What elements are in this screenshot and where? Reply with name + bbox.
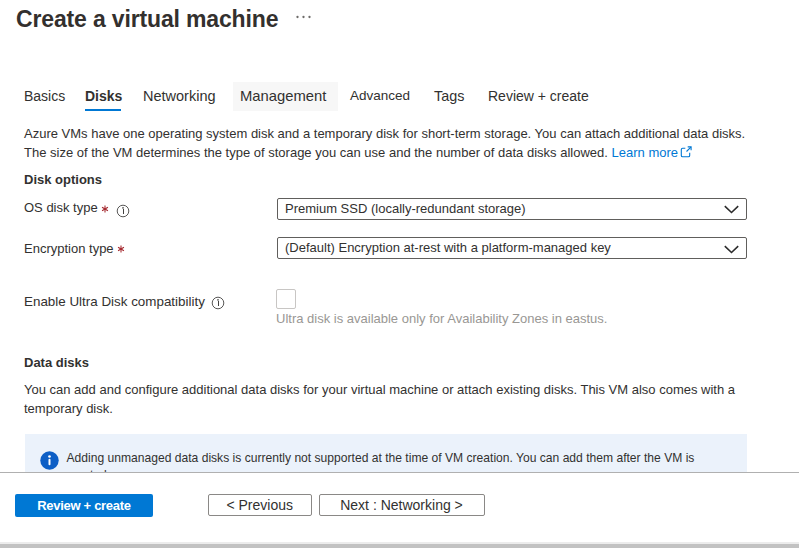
intro-line2: The size of the VM determines the type o… [24,143,745,162]
encryption-type-label-text: Encryption type [24,241,114,256]
os-disk-type-label-text: OS disk type [24,200,98,215]
intro-paragraph: Azure VMs have one operating system disk… [24,124,745,163]
data-disks-line2: temporary disk. [24,399,735,418]
tab-basics[interactable]: Basics [24,89,65,103]
ultra-disk-checkbox[interactable] [276,289,296,309]
intro-line2-text: The size of the VM determines the type o… [24,145,608,160]
bottom-strip [0,544,799,548]
required-asterisk-icon [101,205,109,213]
previous-button[interactable]: < Previous [208,494,313,517]
chevron-down-icon [724,245,739,254]
more-options-icon[interactable] [294,10,313,24]
active-tab-underline [85,109,121,112]
tab-tags[interactable]: Tags [434,89,464,103]
info-icon [40,451,59,470]
os-disk-type-select[interactable]: Premium SSD (locally-redundant storage) [277,198,747,220]
next-networking-button[interactable]: Next : Networking > [319,494,485,517]
review-create-button[interactable]: Review + create [15,494,152,517]
required-asterisk-icon [117,245,125,253]
tab-advanced[interactable]: Advanced [350,89,410,103]
tab-disks[interactable]: Disks [85,89,122,103]
page-title: Create a virtual machine [16,8,278,31]
tab-management[interactable]: Management [240,89,326,103]
ultra-disk-label: Enable Ultra Disk compatibility [24,292,205,311]
intro-line1: Azure VMs have one operating system disk… [24,124,745,143]
encryption-type-select[interactable]: (Default) Encryption at-rest with a plat… [277,237,747,259]
tab-networking[interactable]: Networking [143,89,216,103]
data-disks-heading: Data disks [24,353,89,372]
learn-more-link[interactable]: Learn more [612,145,678,160]
banner-line1: Adding unmanaged data disks is currently… [67,450,695,467]
data-disks-line1: You can add and configure additional dat… [24,380,735,399]
chevron-down-icon [724,205,739,214]
disk-options-heading: Disk options [24,170,102,189]
external-link-icon[interactable] [679,145,693,159]
footer-bar: Review + create < Previous Next : Networ… [0,472,799,543]
ultra-disk-helper-text: Ultra disk is available only for Availab… [276,309,607,328]
data-disks-paragraph: You can add and configure additional dat… [24,380,735,419]
os-disk-type-label: OS disk type [24,198,98,217]
encryption-type-label: Encryption type [24,239,114,258]
os-disk-type-info-icon[interactable] [116,204,130,218]
ultra-disk-info-icon[interactable] [211,296,225,310]
tab-review-create[interactable]: Review + create [488,89,589,103]
info-banner: Adding unmanaged data disks is currently… [25,434,747,476]
